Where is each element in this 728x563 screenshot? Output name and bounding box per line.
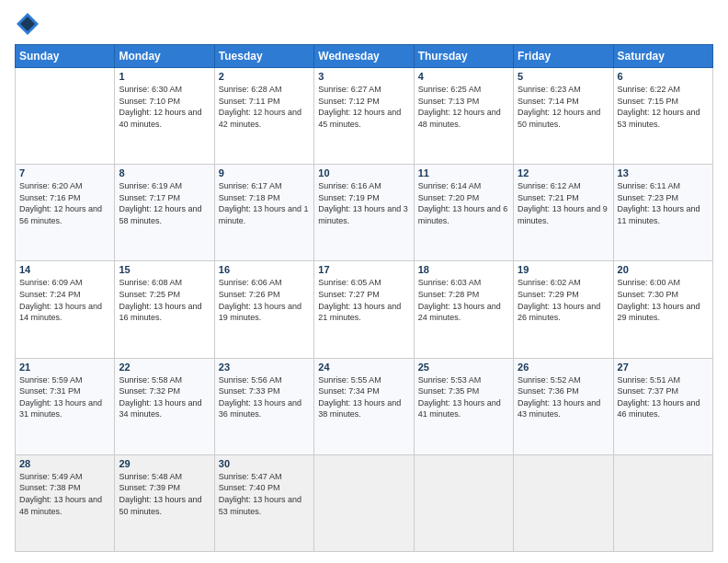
calendar-cell: 29Sunrise: 5:48 AMSunset: 7:39 PMDayligh… <box>115 454 214 551</box>
calendar-cell: 2Sunrise: 6:28 AMSunset: 7:11 PMDaylight… <box>214 68 313 165</box>
day-info: Sunrise: 6:12 AMSunset: 7:21 PMDaylight:… <box>518 180 609 226</box>
day-info: Sunrise: 6:02 AMSunset: 7:29 PMDaylight:… <box>518 277 609 323</box>
day-number: 29 <box>119 458 210 469</box>
logo-icon <box>15 11 40 37</box>
day-number: 3 <box>318 71 409 82</box>
day-info: Sunrise: 6:05 AMSunset: 7:27 PMDaylight:… <box>318 277 409 323</box>
calendar-cell: 18Sunrise: 6:03 AMSunset: 7:28 PMDayligh… <box>414 261 513 358</box>
calendar-cell: 19Sunrise: 6:02 AMSunset: 7:29 PMDayligh… <box>514 261 613 358</box>
day-number: 7 <box>19 167 110 178</box>
calendar-cell: 11Sunrise: 6:14 AMSunset: 7:20 PMDayligh… <box>414 165 513 261</box>
calendar-cell: 20Sunrise: 6:00 AMSunset: 7:30 PMDayligh… <box>613 261 712 358</box>
day-number: 12 <box>518 167 609 178</box>
day-info: Sunrise: 6:03 AMSunset: 7:28 PMDaylight:… <box>418 277 509 323</box>
calendar-cell: 30Sunrise: 5:47 AMSunset: 7:40 PMDayligh… <box>214 454 313 551</box>
calendar-cell: 24Sunrise: 5:55 AMSunset: 7:34 PMDayligh… <box>314 358 414 454</box>
calendar-cell: 9Sunrise: 6:17 AMSunset: 7:18 PMDaylight… <box>214 165 313 261</box>
logo <box>15 11 44 37</box>
day-info: Sunrise: 6:14 AMSunset: 7:20 PMDaylight:… <box>418 180 509 226</box>
calendar-cell: 13Sunrise: 6:11 AMSunset: 7:23 PMDayligh… <box>613 165 712 261</box>
calendar-cell: 22Sunrise: 5:58 AMSunset: 7:32 PMDayligh… <box>115 358 214 454</box>
day-info: Sunrise: 6:09 AMSunset: 7:24 PMDaylight:… <box>19 277 110 323</box>
day-number: 8 <box>119 167 210 178</box>
day-header-tuesday: Tuesday <box>214 45 313 68</box>
day-number: 9 <box>219 167 310 178</box>
calendar-cell: 15Sunrise: 6:08 AMSunset: 7:25 PMDayligh… <box>115 261 214 358</box>
day-header-wednesday: Wednesday <box>314 45 414 68</box>
day-number: 26 <box>518 362 609 373</box>
day-info: Sunrise: 6:16 AMSunset: 7:19 PMDaylight:… <box>318 180 409 226</box>
calendar-week-2: 14Sunrise: 6:09 AMSunset: 7:24 PMDayligh… <box>16 261 713 358</box>
calendar-cell: 7Sunrise: 6:20 AMSunset: 7:16 PMDaylight… <box>16 165 115 261</box>
day-number: 30 <box>219 458 310 469</box>
calendar-cell: 28Sunrise: 5:49 AMSunset: 7:38 PMDayligh… <box>16 454 115 551</box>
calendar-cell <box>16 68 115 165</box>
calendar-cell: 25Sunrise: 5:53 AMSunset: 7:35 PMDayligh… <box>414 358 513 454</box>
calendar-cell: 6Sunrise: 6:22 AMSunset: 7:15 PMDaylight… <box>613 68 712 165</box>
day-number: 27 <box>618 362 709 373</box>
day-info: Sunrise: 5:47 AMSunset: 7:40 PMDaylight:… <box>219 471 310 517</box>
day-info: Sunrise: 6:00 AMSunset: 7:30 PMDaylight:… <box>618 277 709 323</box>
day-info: Sunrise: 5:52 AMSunset: 7:36 PMDaylight:… <box>518 374 609 420</box>
day-info: Sunrise: 6:06 AMSunset: 7:26 PMDaylight:… <box>219 277 310 323</box>
day-number: 4 <box>418 71 509 82</box>
day-info: Sunrise: 6:25 AMSunset: 7:13 PMDaylight:… <box>418 84 509 130</box>
calendar-week-3: 21Sunrise: 5:59 AMSunset: 7:31 PMDayligh… <box>16 358 713 454</box>
calendar-cell: 23Sunrise: 5:56 AMSunset: 7:33 PMDayligh… <box>214 358 313 454</box>
calendar-cell: 8Sunrise: 6:19 AMSunset: 7:17 PMDaylight… <box>115 165 214 261</box>
day-header-saturday: Saturday <box>613 45 712 68</box>
day-number: 1 <box>119 71 210 82</box>
day-info: Sunrise: 6:30 AMSunset: 7:10 PMDaylight:… <box>119 84 210 130</box>
day-info: Sunrise: 5:53 AMSunset: 7:35 PMDaylight:… <box>418 374 509 420</box>
day-info: Sunrise: 5:58 AMSunset: 7:32 PMDaylight:… <box>119 374 210 420</box>
day-header-sunday: Sunday <box>16 45 115 68</box>
page: SundayMondayTuesdayWednesdayThursdayFrid… <box>0 0 728 563</box>
day-header-friday: Friday <box>514 45 613 68</box>
day-info: Sunrise: 6:20 AMSunset: 7:16 PMDaylight:… <box>19 180 110 226</box>
day-number: 24 <box>318 362 409 373</box>
calendar-cell: 17Sunrise: 6:05 AMSunset: 7:27 PMDayligh… <box>314 261 414 358</box>
calendar-cell <box>514 454 613 551</box>
day-number: 21 <box>19 362 110 373</box>
day-info: Sunrise: 5:56 AMSunset: 7:33 PMDaylight:… <box>219 374 310 420</box>
day-number: 16 <box>219 264 310 275</box>
day-number: 13 <box>618 167 709 178</box>
day-number: 28 <box>19 458 110 469</box>
calendar-cell: 5Sunrise: 6:23 AMSunset: 7:14 PMDaylight… <box>514 68 613 165</box>
calendar-cell: 10Sunrise: 6:16 AMSunset: 7:19 PMDayligh… <box>314 165 414 261</box>
calendar-week-4: 28Sunrise: 5:49 AMSunset: 7:38 PMDayligh… <box>16 454 713 551</box>
day-info: Sunrise: 6:17 AMSunset: 7:18 PMDaylight:… <box>219 180 310 226</box>
day-number: 22 <box>119 362 210 373</box>
calendar-body: 1Sunrise: 6:30 AMSunset: 7:10 PMDaylight… <box>16 68 713 552</box>
day-info: Sunrise: 6:11 AMSunset: 7:23 PMDaylight:… <box>618 180 709 226</box>
calendar-week-1: 7Sunrise: 6:20 AMSunset: 7:16 PMDaylight… <box>16 165 713 261</box>
calendar-week-0: 1Sunrise: 6:30 AMSunset: 7:10 PMDaylight… <box>16 68 713 165</box>
header <box>15 11 713 37</box>
day-number: 20 <box>618 264 709 275</box>
calendar-cell <box>414 454 513 551</box>
day-number: 6 <box>618 71 709 82</box>
calendar-table: SundayMondayTuesdayWednesdayThursdayFrid… <box>15 44 713 552</box>
day-info: Sunrise: 5:49 AMSunset: 7:38 PMDaylight:… <box>19 471 110 517</box>
calendar-cell: 14Sunrise: 6:09 AMSunset: 7:24 PMDayligh… <box>16 261 115 358</box>
calendar-cell: 1Sunrise: 6:30 AMSunset: 7:10 PMDaylight… <box>115 68 214 165</box>
day-info: Sunrise: 6:28 AMSunset: 7:11 PMDaylight:… <box>219 84 310 130</box>
day-number: 15 <box>119 264 210 275</box>
day-info: Sunrise: 5:55 AMSunset: 7:34 PMDaylight:… <box>318 374 409 420</box>
day-info: Sunrise: 6:19 AMSunset: 7:17 PMDaylight:… <box>119 180 210 226</box>
calendar-cell: 27Sunrise: 5:51 AMSunset: 7:37 PMDayligh… <box>613 358 712 454</box>
day-number: 14 <box>19 264 110 275</box>
day-number: 10 <box>318 167 409 178</box>
day-info: Sunrise: 5:59 AMSunset: 7:31 PMDaylight:… <box>19 374 110 420</box>
calendar-cell: 12Sunrise: 6:12 AMSunset: 7:21 PMDayligh… <box>514 165 613 261</box>
day-info: Sunrise: 6:23 AMSunset: 7:14 PMDaylight:… <box>518 84 609 130</box>
calendar-cell: 21Sunrise: 5:59 AMSunset: 7:31 PMDayligh… <box>16 358 115 454</box>
calendar-cell: 4Sunrise: 6:25 AMSunset: 7:13 PMDaylight… <box>414 68 513 165</box>
calendar-cell <box>314 454 414 551</box>
day-info: Sunrise: 6:22 AMSunset: 7:15 PMDaylight:… <box>618 84 709 130</box>
day-number: 23 <box>219 362 310 373</box>
day-info: Sunrise: 5:51 AMSunset: 7:37 PMDaylight:… <box>618 374 709 420</box>
day-info: Sunrise: 6:27 AMSunset: 7:12 PMDaylight:… <box>318 84 409 130</box>
calendar-cell <box>613 454 712 551</box>
day-info: Sunrise: 5:48 AMSunset: 7:39 PMDaylight:… <box>119 471 210 517</box>
